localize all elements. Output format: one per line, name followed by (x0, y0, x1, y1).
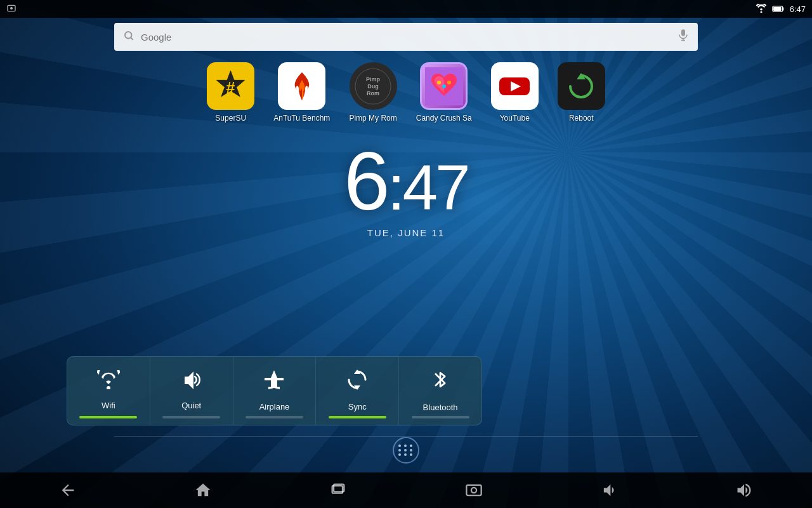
bluetooth-icon (431, 368, 449, 396)
quiet-icon (181, 370, 202, 394)
wifi-icon (97, 370, 120, 394)
svg-point-18 (437, 81, 441, 84)
dot (398, 444, 401, 447)
recents-button[interactable] (322, 478, 354, 503)
svg-point-25 (107, 386, 110, 389)
sync-icon (346, 369, 368, 396)
app-reboot[interactable]: Reboot (558, 62, 605, 123)
sync-indicator (329, 416, 386, 418)
screenshot-icon (6, 3, 16, 15)
search-bar[interactable] (114, 23, 698, 51)
dots-grid (398, 444, 414, 456)
svg-text:#: # (226, 79, 235, 97)
voice-search-icon[interactable] (678, 29, 689, 45)
status-left (6, 3, 16, 15)
airplane-indicator (246, 416, 303, 418)
app-youtube[interactable]: YouTube (491, 62, 539, 123)
dot (398, 449, 401, 451)
svg-point-31 (471, 488, 476, 493)
supersu-logo: # (213, 69, 248, 104)
dot (398, 453, 401, 456)
airplane-label: Airplane (259, 402, 290, 411)
svg-point-2 (760, 11, 762, 13)
quick-bluetooth-button[interactable]: Bluetooth (399, 357, 481, 425)
dot (404, 444, 407, 447)
pimp-logo: Pimp Dug Rom (354, 67, 392, 105)
status-right: 6:47 (756, 4, 806, 15)
home-button[interactable] (187, 478, 219, 503)
quick-quiet-button[interactable]: Quiet (150, 357, 233, 425)
app-candy-label: Candy Crush Sa (416, 114, 472, 123)
quiet-indicator (162, 416, 220, 418)
dot (410, 453, 412, 456)
clock-status: 6:47 (790, 4, 806, 14)
wifi-label: Wifi (102, 401, 115, 410)
reboot-logo (565, 70, 597, 102)
app-supersu-label: SuperSU (215, 114, 246, 123)
quick-sync-button[interactable]: Sync (316, 357, 399, 425)
dot (404, 453, 407, 456)
dot (410, 444, 412, 447)
antutu-logo (283, 67, 321, 105)
bluetooth-indicator (412, 416, 469, 418)
back-button[interactable] (52, 478, 84, 503)
svg-rect-6 (681, 29, 685, 36)
search-input[interactable] (141, 32, 671, 43)
bluetooth-label: Bluetooth (423, 403, 458, 412)
app-reboot-label: Reboot (569, 114, 594, 123)
wifi-indicator (79, 416, 137, 418)
nav-bar (0, 472, 812, 508)
volume-up-button[interactable] (728, 478, 760, 503)
clock-hours: 6 (344, 135, 387, 227)
airplane-icon (263, 369, 285, 396)
wifi-status-icon (756, 4, 767, 15)
svg-rect-30 (466, 485, 481, 495)
battery-icon (772, 5, 785, 13)
youtube-logo (495, 67, 534, 105)
svg-point-20 (447, 81, 451, 84)
sync-label: Sync (348, 402, 367, 411)
quick-settings-panel: Wifi Quiet Airplane (67, 356, 482, 425)
svg-rect-4 (773, 7, 782, 11)
app-row: # SuperSU AnTuTu Benchm Pimp Dug Rom (0, 62, 812, 123)
screenshot-button[interactable] (458, 478, 490, 503)
status-bar: 6:47 (0, 0, 812, 18)
quiet-label: Quiet (181, 401, 201, 410)
svg-text:Rom: Rom (367, 90, 379, 97)
app-pimp[interactable]: Pimp Dug Rom Pimp My Rom (349, 62, 396, 123)
dot (404, 449, 407, 451)
quick-wifi-button[interactable]: Wifi (67, 357, 150, 425)
svg-text:Dug: Dug (367, 83, 379, 90)
app-supersu[interactable]: # SuperSU (207, 62, 254, 123)
clock-date: TUE, JUNE 11 (0, 227, 812, 238)
svg-point-1 (10, 7, 13, 10)
clock-section: 6:47 TUE, JUNE 11 (0, 140, 812, 238)
dot (410, 449, 412, 451)
volume-down-button[interactable] (593, 478, 625, 503)
clock-time: 6:47 (0, 140, 812, 222)
clock-minutes: 47 (402, 152, 468, 223)
svg-point-19 (442, 84, 446, 88)
quick-airplane-button[interactable]: Airplane (233, 357, 317, 425)
candy-logo (425, 67, 463, 105)
svg-point-5 (125, 32, 132, 39)
app-candy[interactable]: Candy Crush Sa (416, 62, 472, 123)
app-youtube-label: YouTube (500, 114, 530, 123)
svg-text:Pimp: Pimp (366, 76, 381, 83)
app-pimp-label: Pimp My Rom (349, 114, 396, 123)
app-drawer-button[interactable] (393, 437, 419, 464)
app-antutu-label: AnTuTu Benchm (273, 114, 330, 123)
app-antutu[interactable]: AnTuTu Benchm (273, 62, 330, 123)
search-icon (123, 30, 134, 44)
